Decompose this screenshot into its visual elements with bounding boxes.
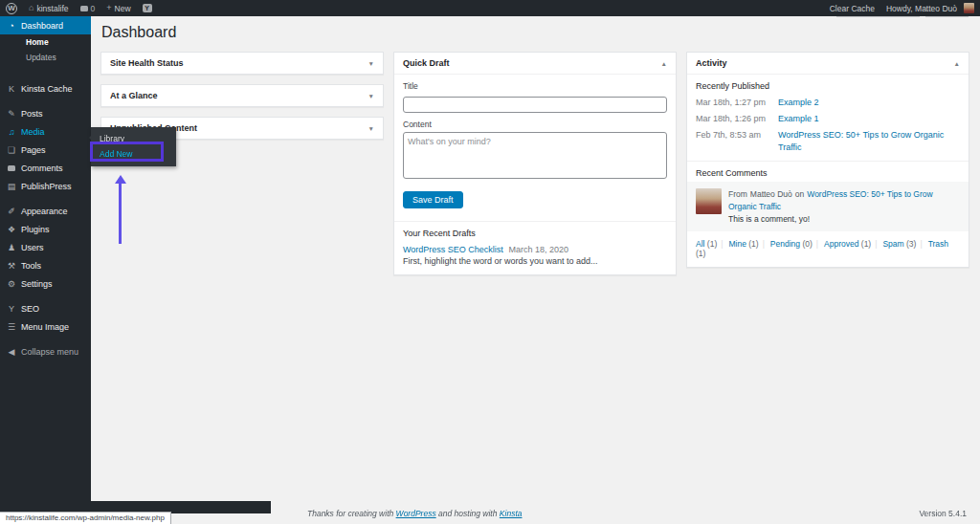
comment-item: FromMatteo DuòonWordPress SEO: 50+ Tips … — [687, 182, 969, 231]
media-submenu-add-new[interactable]: Add New — [91, 146, 176, 162]
published-row: Feb 7th, 8:53 am WordPress SEO: 50+ Tips… — [687, 127, 969, 156]
quick-draft-content-textarea[interactable] — [403, 132, 667, 179]
arrow-stem — [119, 184, 122, 244]
arrow-head — [115, 175, 126, 184]
users-icon: ♟ — [7, 243, 16, 252]
sidebar-item-menu-image[interactable]: ☰ Menu Image — [0, 317, 91, 336]
collapse-toggle-icon[interactable]: ▼ — [368, 125, 374, 132]
save-draft-button[interactable]: Save Draft — [403, 191, 463, 208]
sidebar-item-collapse-menu[interactable]: ◀ Collapse menu — [0, 342, 91, 360]
my-account-menu[interactable]: Howdy, Matteo Duò — [880, 0, 980, 16]
sidebar-item-pages[interactable]: ❏ Pages — [0, 141, 91, 159]
sidebar-item-kinsta-cache[interactable]: K Kinsta Cache — [0, 79, 91, 98]
sidebar-item-settings[interactable]: ⚙ Settings — [0, 274, 91, 293]
clear-cache-button[interactable]: Clear Cache — [824, 0, 880, 16]
title-label: Title — [403, 81, 667, 91]
sidebar-item-users[interactable]: ♟ Users — [0, 238, 91, 256]
version-text: Version 5.4.1 — [919, 509, 967, 518]
new-label: New — [115, 4, 131, 13]
sidebar-item-appearance[interactable]: ✐ Appearance — [0, 202, 91, 220]
comment-filter-link[interactable]: All — [696, 239, 704, 249]
widget-at-a-glance: At a Glance ▼ — [100, 84, 384, 107]
comment-filter-link[interactable]: Pending — [770, 239, 800, 249]
content-label: Content — [403, 120, 667, 129]
comment-author: Matteo Duò — [750, 189, 792, 199]
dashboard-content: Screen Options ▼ Help ▼ Dashboard Site H… — [91, 0, 980, 275]
quick-draft-title-input[interactable] — [403, 97, 667, 113]
recent-comments-title: Recent Comments — [687, 162, 969, 182]
admin-bar: W ⌂ kinstalife 0 + New Y Clear Cache How… — [0, 0, 980, 16]
posts-icon: ✎ — [7, 109, 16, 119]
comment-filter-link[interactable]: Approved — [824, 239, 858, 249]
dashboard-column-2: Quick Draft ▲ Title Content Save Draft Y… — [393, 52, 677, 275]
comments-menu[interactable]: 0 — [75, 0, 101, 16]
wordpress-menu[interactable]: W — [0, 0, 23, 16]
pages-icon: ❏ — [7, 145, 16, 155]
plugins-icon: ❖ — [7, 225, 16, 234]
recently-published-list: Mar 18th, 1:27 pm Example 2 Mar 18th, 1:… — [687, 95, 969, 156]
seo-icon: Y — [7, 304, 16, 314]
published-post-link[interactable]: Example 1 — [778, 113, 960, 125]
commenter-avatar — [696, 188, 722, 214]
yoast-icon: Y — [143, 4, 152, 12]
published-post-link[interactable]: Example 2 — [778, 97, 960, 109]
comment-filter: Approved (1) — [824, 239, 880, 249]
activity-header[interactable]: Activity ▲ — [687, 53, 969, 75]
sidebar-item-comments[interactable]: Comments — [0, 159, 91, 177]
media-submenu-library[interactable]: Library — [91, 131, 176, 146]
widget-quick-draft: Quick Draft ▲ Title Content Save Draft Y… — [393, 52, 677, 275]
comment-filter-link[interactable]: Mine — [728, 239, 746, 249]
sidebar-item-media[interactable]: ♫ Media — [0, 122, 91, 141]
site-name-menu[interactable]: ⌂ kinstalife — [23, 0, 75, 16]
comment-filter: Mine (1) — [728, 239, 768, 249]
comment-bubble-icon — [80, 6, 88, 11]
sidebar-item-home[interactable]: Home — [0, 34, 91, 50]
sidebar-item-plugins[interactable]: ❖ Plugins — [0, 220, 91, 238]
collapse-toggle-icon[interactable]: ▲ — [954, 60, 960, 67]
wordpress-logo-icon: W — [6, 3, 17, 14]
appearance-icon: ✐ — [7, 207, 16, 216]
sidebar-item-dashboard[interactable]: ◔ Dashboard — [0, 16, 91, 34]
yoast-menu[interactable]: Y — [137, 0, 158, 16]
draft-excerpt: First, highlight the word or words you w… — [403, 256, 667, 266]
sidebar-item-publishpress[interactable]: ▤ PublishPress — [0, 177, 91, 195]
comment-filter: Pending (0) — [770, 239, 822, 249]
at-a-glance-header[interactable]: At a Glance ▼ — [101, 85, 383, 106]
tools-icon: ⚒ — [7, 261, 16, 271]
collapse-toggle-icon[interactable]: ▼ — [368, 93, 374, 99]
wordpress-footer-link[interactable]: WordPress — [396, 509, 436, 518]
sidebar-item-posts[interactable]: ✎ Posts — [0, 104, 91, 122]
status-url: https://kinstalife.com/wp-admin/media-ne… — [6, 513, 165, 522]
draft-link[interactable]: WordPress SEO Checklist — [403, 245, 503, 254]
comment-filter-link[interactable]: Trash — [928, 239, 948, 249]
comment-filter: All (1) — [696, 239, 726, 249]
published-row: Mar 18th, 1:27 pm Example 2 — [687, 95, 969, 111]
comment-filter-link[interactable]: Spam — [882, 239, 903, 249]
collapse-toggle-icon[interactable]: ▲ — [661, 60, 667, 67]
plus-icon: + — [106, 4, 111, 12]
howdy-text: Howdy, Matteo Duò — [886, 4, 957, 13]
comment-filter: Spam (3) — [882, 239, 925, 249]
kinsta-footer-link[interactable]: Kinsta — [500, 509, 523, 518]
user-avatar — [964, 3, 974, 13]
dashboard-column-3: Activity ▲ Recently Published Mar 18th, … — [686, 52, 969, 268]
quick-draft-header[interactable]: Quick Draft ▲ — [394, 53, 676, 75]
comment-text: This is a comment, yo! — [728, 213, 960, 226]
comment-count: 0 — [91, 4, 96, 13]
browser-status-bar: https://kinstalife.com/wp-admin/media-ne… — [0, 512, 171, 524]
sidebar-item-seo[interactable]: Y SEO — [0, 299, 91, 317]
publishpress-icon: ▤ — [7, 182, 16, 191]
published-post-link[interactable]: WordPress SEO: 50+ Tips to Grow Organic … — [778, 129, 960, 154]
new-content-menu[interactable]: + New — [100, 0, 136, 16]
published-row: Mar 18th, 1:26 pm Example 1 — [687, 111, 969, 127]
menu-image-icon: ☰ — [7, 322, 16, 332]
home-icon: ⌂ — [29, 4, 33, 12]
sidebar-item-updates[interactable]: Updates — [0, 50, 91, 65]
annotation-arrow-up — [114, 175, 126, 244]
media-icon: ♫ — [7, 127, 16, 137]
collapse-toggle-icon[interactable]: ▼ — [368, 60, 374, 67]
site-health-header[interactable]: Site Health Status ▼ — [101, 53, 383, 74]
widget-activity: Activity ▲ Recently Published Mar 18th, … — [686, 52, 969, 268]
media-flyout-submenu: Library Add New — [91, 127, 176, 166]
sidebar-item-tools[interactable]: ⚒ Tools — [0, 256, 91, 274]
